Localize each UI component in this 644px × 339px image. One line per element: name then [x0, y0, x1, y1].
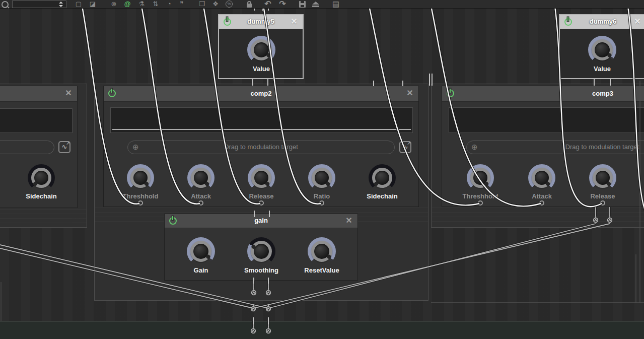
- mod-route-button[interactable]: ∿ ↗: [58, 141, 70, 153]
- search-icon[interactable]: [2, 1, 9, 8]
- gain-header[interactable]: gain ✕: [165, 214, 357, 228]
- frame-stripes: [0, 209, 87, 225]
- close-icon[interactable]: ✕: [633, 17, 642, 26]
- knob-ring: [247, 237, 275, 265]
- module-comp2[interactable]: comp2 ✕ ⊕ Drag to modulation target ∿ ↗ …: [103, 86, 419, 207]
- module-title: comp2: [104, 90, 418, 97]
- mod-port[interactable]: [478, 200, 483, 206]
- knob-threshhold[interactable]: Threshhold: [450, 164, 511, 206]
- knob-ring: [528, 164, 555, 191]
- knob-label: Release: [249, 192, 273, 200]
- module-gain[interactable]: gain ✕ GainSmoothingResetValue: [164, 214, 358, 281]
- knob-value[interactable]: Value: [231, 36, 292, 73]
- mod-port[interactable]: [198, 200, 203, 206]
- meter-icon[interactable]: ◔: [164, 0, 174, 8]
- knob-attack[interactable]: Attack: [512, 164, 572, 206]
- target-icon: ⊕: [132, 143, 139, 152]
- mod-route-button[interactable]: ∿ ↗: [399, 141, 411, 153]
- knob-ring: [248, 164, 275, 191]
- percent-icon[interactable]: %: [224, 0, 234, 8]
- preset-selector[interactable]: [12, 1, 66, 8]
- knob-ring: [589, 164, 616, 191]
- close-icon[interactable]: ✕: [405, 89, 414, 98]
- zoom-reset-icon[interactable]: @: [122, 0, 132, 8]
- module-left[interactable]: ✕ ∿ ↗ Sidechain: [0, 86, 78, 208]
- mod-port[interactable]: [319, 200, 324, 206]
- redo-icon[interactable]: ↷: [277, 0, 288, 8]
- dummy5-header[interactable]: dummy5 ✕: [219, 15, 303, 29]
- mod-port[interactable]: [259, 200, 264, 206]
- dummy6-header[interactable]: dummy6 ✕: [560, 15, 644, 29]
- module-left-header[interactable]: ✕: [0, 86, 77, 102]
- select-frame-icon[interactable]: ▢: [74, 0, 84, 8]
- knob-label: Attack: [191, 192, 211, 200]
- mod-port[interactable]: [539, 200, 544, 206]
- knob-label: Value: [253, 65, 270, 73]
- knob-release[interactable]: Release: [231, 164, 292, 206]
- export-view-icon[interactable]: ◪: [88, 0, 98, 8]
- comp2-header[interactable]: comp2 ✕: [104, 86, 418, 102]
- knob-label: Ratio: [314, 192, 330, 200]
- save-icon[interactable]: [297, 0, 307, 8]
- knob-attack[interactable]: Attack: [171, 164, 231, 206]
- route-arrow-icon: ↗: [66, 139, 70, 148]
- mod-target-pill[interactable]: ⊕ Drag to modulation target: [466, 141, 644, 154]
- target-icon: ⊕: [471, 143, 478, 152]
- disconnect-icon[interactable]: ⊗: [109, 0, 119, 8]
- knob-label: Sidechain: [26, 192, 56, 200]
- knob-resetvalue[interactable]: ResetValue: [292, 237, 352, 274]
- knob-threshhold[interactable]: Threshhold: [110, 164, 171, 206]
- mod-target-pill[interactable]: [0, 141, 54, 154]
- knob-sidechain[interactable]: Sidechain: [352, 164, 412, 200]
- lock-icon[interactable]: [244, 0, 254, 8]
- module-title: comp3: [442, 90, 644, 97]
- combo-arrows-icon: [59, 2, 63, 7]
- waveform-display: [449, 107, 644, 133]
- close-icon[interactable]: ✕: [344, 216, 353, 225]
- toolbar: ▢ ◪ ⊗ @ ⚗ ⇅ ◔ ❞ ❒ ❖ % ↶ ↷ ▤: [0, 0, 644, 9]
- knob-ring: [369, 164, 396, 191]
- mod-target-text: Drag to modulation target: [565, 143, 639, 151]
- knob-gain[interactable]: Gain: [171, 237, 231, 274]
- graph-canvas[interactable]: ✕ ∿ ↗ Sidechain comp2 ✕ ⊕ Drag to modula…: [0, 0, 644, 339]
- knob-label: Smoothing: [244, 266, 278, 274]
- cube-icon[interactable]: ❒: [197, 0, 207, 8]
- module-comp3[interactable]: comp3 ⊕ Drag to modulation target Thresh…: [442, 86, 644, 207]
- knob-ring: [127, 164, 154, 191]
- route-arrow-icon: ↗: [407, 139, 411, 148]
- knob-label: Value: [594, 65, 611, 73]
- knob-label: Attack: [532, 192, 552, 200]
- knob-ratio[interactable]: Ratio: [292, 164, 352, 206]
- knob-label: Threshhold: [123, 192, 159, 200]
- mod-target-pill[interactable]: ⊕ Drag to modulation target: [127, 141, 395, 154]
- tune-icon[interactable]: ⇅: [151, 0, 161, 8]
- display-baseline: [112, 129, 411, 130]
- bottom-node[interactable]: [0, 321, 644, 339]
- undo-icon[interactable]: ↶: [263, 0, 273, 8]
- nodes-icon[interactable]: ❖: [210, 0, 221, 8]
- knob-release[interactable]: Release: [573, 164, 633, 206]
- close-icon[interactable]: ✕: [290, 17, 299, 26]
- comment-icon[interactable]: ❞: [177, 0, 187, 8]
- beaker-icon[interactable]: ⚗: [136, 0, 147, 8]
- close-icon[interactable]: ✕: [64, 89, 73, 98]
- knob-ring: [247, 36, 275, 64]
- knob-label: Release: [590, 192, 615, 200]
- knob-ring: [467, 164, 494, 191]
- panel-icon[interactable]: ▤: [331, 0, 341, 8]
- knob-ring: [308, 164, 335, 191]
- comp3-header[interactable]: comp3: [442, 86, 644, 102]
- waveform-display: [110, 107, 413, 133]
- mod-port[interactable]: [600, 200, 605, 206]
- knob-sidechain[interactable]: Sidechain: [11, 164, 71, 200]
- module-dummy5[interactable]: dummy5 ✕ Value: [218, 14, 304, 79]
- knob-smoothing[interactable]: Smoothing: [231, 237, 292, 274]
- eject-icon[interactable]: [311, 0, 321, 8]
- mod-port[interactable]: [138, 200, 143, 206]
- knob-ring: [308, 237, 336, 265]
- module-title: gain: [165, 217, 357, 224]
- knob-value[interactable]: Value: [572, 36, 632, 73]
- module-dummy6[interactable]: dummy6 ✕ Value: [559, 14, 644, 79]
- percent-glyph: %: [226, 1, 233, 8]
- knob-label: ResetValue: [304, 266, 339, 274]
